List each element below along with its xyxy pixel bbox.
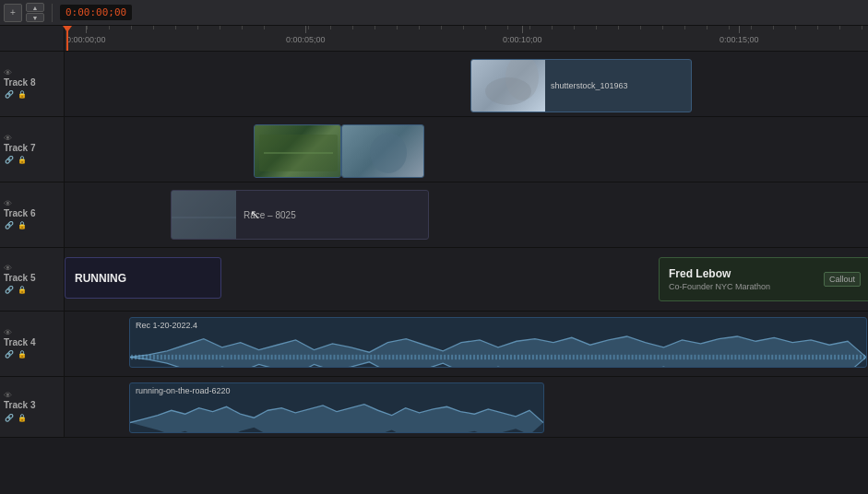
timeline-container: + ▲ ▼ 0:00:00;00 0:00: — [0, 0, 868, 494]
track-5-label: Track 5 — [4, 273, 60, 283]
track-8-label: Track 8 — [4, 77, 60, 88]
track-7-link-btn[interactable]: 🔗 — [4, 155, 15, 166]
callout-main-text: Fred Lebow — [669, 267, 770, 280]
eye-icon-7[interactable]: 👁 — [4, 134, 12, 143]
chevron-up-button[interactable]: ▲ — [26, 3, 44, 12]
track-8-content: shutterstock_101963 — [65, 52, 868, 116]
track-3-content: running-on-the-road-6220 — [65, 377, 868, 437]
clip-shutterstock[interactable]: shutterstock_101963 — [470, 59, 692, 112]
clip-race[interactable]: Race – 8025 ↖ — [171, 190, 429, 240]
clip-running-title[interactable]: RUNNING — [65, 257, 221, 299]
track-5-link-btn[interactable]: 🔗 — [4, 285, 15, 296]
tracks-area[interactable]: 👁 Track 8 🔗 🔒 — [0, 52, 868, 494]
main-area: 0:00:00;00 0:00:05;00 0:00:10;00 0:00:15… — [0, 26, 868, 494]
eye-icon-3[interactable]: 👁 — [4, 391, 12, 400]
audio-rec-label: Rec 1-20-2022.4 — [130, 318, 866, 333]
track-label-8: 👁 Track 8 🔗 🔒 — [0, 52, 65, 116]
clip-shutterstock-label: shutterstock_101963 — [551, 81, 685, 90]
clip-audio-rec[interactable]: Rec 1-20-2022.4 — [129, 317, 867, 368]
clip-audio-running[interactable]: running-on-the-road-6220 — [129, 382, 544, 433]
add-button[interactable]: + — [4, 4, 22, 22]
track-5-content: RUNNING Fred Lebow Co-Founder NYC Marath… — [65, 248, 868, 311]
toolbar: + ▲ ▼ 0:00:00;00 — [0, 0, 868, 26]
eye-icon-6[interactable]: 👁 — [4, 199, 12, 208]
clip-thumb-woman — [471, 59, 545, 112]
eye-icon-4[interactable]: 👁 — [4, 328, 12, 337]
track-4-link-btn[interactable]: 🔗 — [4, 349, 15, 360]
track-6-link-btn[interactable]: 🔗 — [4, 220, 15, 231]
svg-marker-10 — [429, 367, 438, 368]
track-3-lock-btn[interactable]: 🔒 — [17, 412, 28, 423]
svg-point-1 — [485, 77, 531, 105]
track-4-label: Track 4 — [4, 337, 60, 347]
track-row-5: 👁 Track 5 🔗 🔒 RUNNING — [0, 248, 868, 312]
track-7-lock-btn[interactable]: 🔒 — [17, 155, 28, 166]
track-3-label: Track 3 — [4, 400, 60, 410]
svg-marker-11 — [130, 405, 543, 433]
track-8-link-btn[interactable]: 🔗 — [4, 89, 15, 100]
ruler-tick-5: 0:00:05;00 — [286, 26, 326, 44]
clip-runners-group[interactable] — [254, 124, 341, 178]
track-label-7: 👁 Track 7 🔗 🔒 — [0, 117, 65, 182]
track-6-content: Race – 8025 ↖ — [65, 182, 868, 247]
track-7-label: Track 7 — [4, 143, 60, 153]
eye-icon-8[interactable]: 👁 — [4, 68, 12, 77]
ruler: 0:00:00;00 0:00:05;00 0:00:10;00 0:00:15… — [65, 26, 868, 52]
track-row-3: 👁 Track 3 🔗 🔒 running-on-the-road-6220 — [0, 377, 868, 438]
audio-waveform-3 — [130, 398, 543, 433]
track-4-content: Rec 1-20-2022.4 — [65, 312, 868, 376]
running-label: RUNNING — [75, 272, 126, 285]
track-4-lock-btn[interactable]: 🔒 — [17, 349, 28, 360]
track-3-link-btn[interactable]: 🔗 — [4, 412, 15, 423]
track-row-7: 👁 Track 7 🔗 🔒 — [0, 117, 868, 182]
track-row-6: 👁 Track 6 🔗 🔒 — [0, 182, 868, 248]
clip-runner-single[interactable] — [341, 124, 424, 178]
svg-point-4 — [370, 133, 407, 173]
callout-sub-text: Co-Founder NYC Marathon — [669, 282, 770, 291]
track-label-4: 👁 Track 4 🔗 🔒 — [0, 312, 65, 376]
audio-waveform-4 — [130, 333, 866, 368]
track-row-8: 👁 Track 8 🔗 🔒 — [0, 52, 868, 117]
chevron-down-button[interactable]: ▼ — [26, 13, 44, 22]
ruler-tick-15: 0:00:15;00 — [719, 26, 759, 44]
track-label-5: 👁 Track 5 🔗 🔒 — [0, 248, 65, 311]
track-label-3: 👁 Track 3 🔗 🔒 — [0, 377, 65, 437]
svg-rect-5 — [172, 190, 236, 240]
track-label-6: 👁 Track 6 🔗 🔒 — [0, 182, 65, 247]
track-5-lock-btn[interactable]: 🔒 — [17, 285, 28, 296]
track-row-4: 👁 Track 4 🔗 🔒 Rec 1-20-2022.4 — [0, 312, 868, 377]
eye-icon-5[interactable]: 👁 — [4, 264, 12, 273]
timeline-right: 0:00:00;00 0:00:05;00 0:00:10;00 0:00:15… — [0, 26, 868, 494]
track-6-lock-btn[interactable]: 🔒 — [17, 220, 28, 231]
audio-running-label: running-on-the-road-6220 — [130, 383, 543, 398]
ruler-row: 0:00:00;00 0:00:05;00 0:00:10;00 0:00:15… — [0, 26, 868, 52]
ruler-tick-10: 0:00:10;00 — [503, 26, 542, 44]
clip-callout[interactable]: Fred Lebow Co-Founder NYC Marathon Callo… — [659, 257, 868, 301]
track-8-lock-btn[interactable]: 🔒 — [17, 89, 28, 100]
callout-badge: Callout — [824, 272, 861, 287]
timecode-display: 0:00:00;00 — [60, 5, 132, 20]
track-7-content — [65, 117, 868, 182]
track-6-label: Track 6 — [4, 208, 60, 218]
race-clip-label: Race – 8025 — [236, 210, 303, 220]
